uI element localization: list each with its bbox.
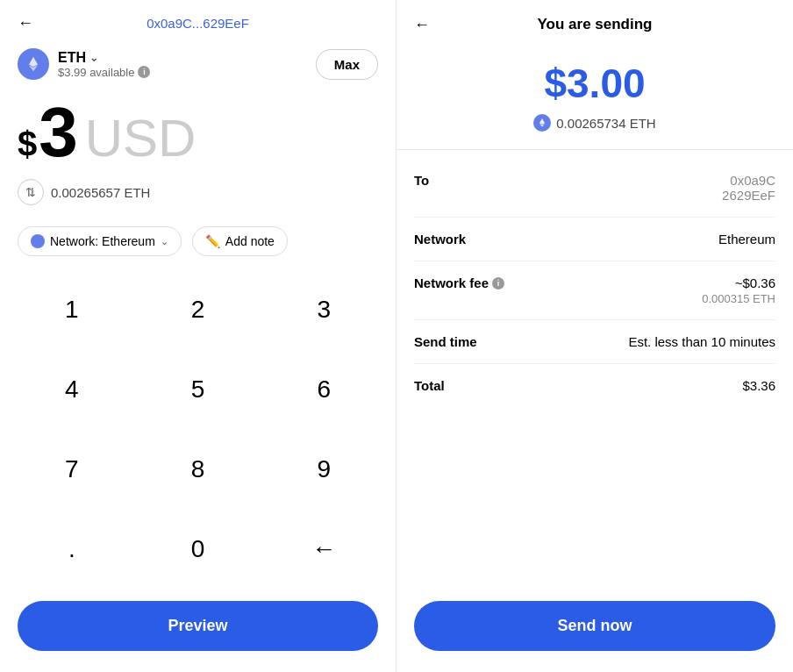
send-eth-row: 0.00265734 ETH	[533, 114, 655, 132]
left-panel: ← 0x0a9C...629EeF ETH ⌄ $3.99 av	[0, 0, 396, 672]
right-panel-title: You are sending	[538, 16, 653, 33]
numpad: 1 2 3 4 5 6 7 8 9 . 0 ←	[0, 270, 396, 589]
amount-display: $ 3 USD	[0, 89, 396, 172]
info-icon: i	[138, 66, 150, 78]
right-header: ← You are sending	[396, 0, 793, 42]
token-info: ETH ⌄ $3.99 available i	[18, 48, 150, 80]
eth-equivalent-row: ⇅ 0.00265657 ETH	[0, 172, 396, 218]
send-usd-amount: $3.00	[544, 60, 645, 107]
network-row: Network Ethereum	[414, 218, 775, 261]
pencil-icon: ✏️	[205, 234, 220, 248]
network-eth-icon	[31, 234, 45, 248]
token-row: ETH ⌄ $3.99 available i Max	[0, 39, 396, 89]
back-arrow-left[interactable]: ←	[18, 14, 33, 32]
numpad-0[interactable]: 0	[135, 509, 261, 589]
amount-number: 3	[39, 97, 78, 168]
token-name[interactable]: ETH ⌄	[58, 50, 150, 66]
left-header: ← 0x0a9C...629EeF	[0, 0, 396, 39]
send-now-button[interactable]: Send now	[414, 601, 775, 651]
network-chevron-icon: ⌄	[161, 236, 168, 247]
network-detail-value: Ethereum	[718, 232, 775, 247]
to-address-line2: 2629EeF	[722, 188, 775, 203]
options-row: Network: Ethereum ⌄ ✏️ Add note	[0, 218, 396, 270]
network-label: Network: Ethereum	[50, 234, 155, 248]
back-arrow-right[interactable]: ←	[414, 16, 430, 34]
send-time-value: Est. less than 10 minutes	[628, 334, 775, 349]
token-name-row: ETH ⌄ $3.99 available i	[58, 50, 150, 79]
network-button[interactable]: Network: Ethereum ⌄	[18, 226, 182, 256]
fee-value: ~$0.36	[702, 275, 775, 290]
eth-icon-small	[533, 114, 551, 132]
swap-icon[interactable]: ⇅	[18, 179, 44, 205]
amount-currency: USD	[85, 108, 196, 168]
network-detail-label: Network	[414, 232, 466, 247]
numpad-5[interactable]: 5	[135, 350, 261, 430]
max-button[interactable]: Max	[316, 49, 378, 80]
fee-label: Network fee i	[414, 275, 504, 290]
send-eth-amount: 0.00265734 ETH	[556, 116, 655, 131]
fee-info-icon: i	[492, 277, 504, 290]
numpad-8[interactable]: 8	[135, 430, 261, 510]
total-value: $3.36	[742, 378, 775, 393]
to-address-line1: 0x0a9C	[722, 173, 775, 188]
preview-button[interactable]: Preview	[18, 601, 378, 651]
numpad-4[interactable]: 4	[9, 350, 135, 430]
right-panel: ← You are sending $3.00 0.00265734 ETH T…	[396, 0, 793, 672]
eth-amount-text: 0.00265657 ETH	[51, 185, 150, 200]
add-note-label: Add note	[225, 234, 275, 248]
send-amount-section: $3.00 0.00265734 ETH	[396, 42, 793, 150]
fee-row: Network fee i ~$0.36 0.000315 ETH	[414, 261, 775, 320]
send-time-label: Send time	[414, 334, 477, 349]
numpad-2[interactable]: 2	[135, 270, 261, 350]
total-label: Total	[414, 378, 445, 393]
send-time-row: Send time Est. less than 10 minutes	[414, 320, 775, 364]
token-chevron-icon: ⌄	[89, 52, 98, 64]
add-note-button[interactable]: ✏️ Add note	[192, 226, 288, 256]
to-label: To	[414, 173, 429, 188]
numpad-dot[interactable]: .	[9, 509, 135, 589]
numpad-backspace[interactable]: ←	[261, 509, 387, 589]
numpad-9[interactable]: 9	[261, 430, 387, 510]
numpad-3[interactable]: 3	[261, 270, 387, 350]
wallet-address: 0x0a9C...629EeF	[146, 16, 249, 31]
fee-eth-value: 0.000315 ETH	[702, 292, 775, 305]
details-section: To 0x0a9C 2629EeF Network Ethereum Netwo…	[396, 150, 793, 589]
eth-logo-icon	[18, 48, 49, 80]
token-available: $3.99 available i	[58, 66, 150, 79]
numpad-6[interactable]: 6	[261, 350, 387, 430]
dollar-sign: $	[18, 125, 37, 164]
total-row: Total $3.36	[414, 364, 775, 407]
numpad-1[interactable]: 1	[9, 270, 135, 350]
to-row: To 0x0a9C 2629EeF	[414, 159, 775, 218]
numpad-7[interactable]: 7	[9, 430, 135, 510]
